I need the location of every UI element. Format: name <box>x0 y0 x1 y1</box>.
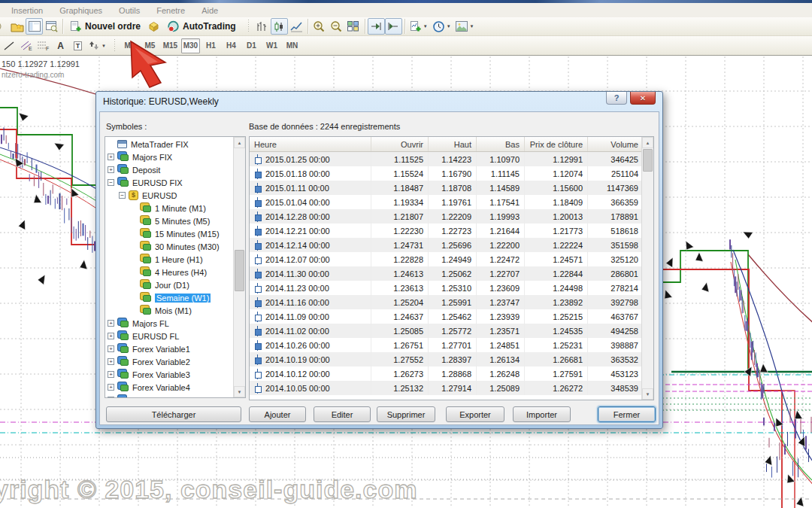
column-header-haut[interactable]: Haut <box>429 137 477 151</box>
column-header-heure[interactable]: Heure <box>250 137 371 151</box>
tree-item-majors-fl[interactable]: +Majors FL <box>105 317 233 330</box>
tree-item-30-minutes-m30[interactable]: 30 Minutes (M30) <box>105 240 233 253</box>
table-row[interactable]: 2014.12.07 00:001.228281.249491.224721.2… <box>250 252 641 266</box>
timeframe-d1-button[interactable]: D1 <box>242 38 261 53</box>
expand-icon[interactable]: + <box>108 384 114 391</box>
tree-item-deposit[interactable]: +Deposit <box>105 163 233 176</box>
bar-chart-button[interactable] <box>253 18 271 35</box>
button-fermer[interactable]: Fermer <box>598 406 656 422</box>
text-label-tool-button[interactable]: T <box>69 38 86 54</box>
column-header-volume[interactable]: Volume <box>588 137 641 151</box>
table-scrollbar[interactable]: ▲ ▼ <box>641 137 653 400</box>
tree-item-forex-variable1[interactable]: +Forex Variable1 <box>105 342 233 355</box>
zoom-in-button[interactable] <box>311 18 328 35</box>
tree-item-forex-variable4[interactable]: +Forex Variable4 <box>105 381 233 394</box>
menu-item-aide[interactable]: Aide <box>193 6 226 15</box>
expand-icon[interactable]: + <box>108 345 114 352</box>
text-tool-button[interactable]: A <box>52 38 69 54</box>
button-t-l-charger[interactable]: Télécharger <box>106 406 241 422</box>
column-header-prix-de-cl-ture[interactable]: Prix de clôture <box>525 137 588 151</box>
tree-item-indices-1-fl[interactable]: +Indices 1 FL <box>105 394 233 397</box>
table-row[interactable]: 2015.01.18 00:001.155241.167901.111451.1… <box>250 166 641 181</box>
expand-icon[interactable]: + <box>108 166 114 173</box>
tree-item-1-heure-h1[interactable]: 1 Heure (H1) <box>105 253 233 266</box>
clipped-toolbar-icon[interactable] <box>0 18 8 35</box>
table-row[interactable]: 2014.10.19 00:001.275521.283971.261341.2… <box>250 352 641 367</box>
table-row[interactable]: 2015.01.04 00:001.193341.197611.175411.1… <box>250 195 641 209</box>
button-editer[interactable]: Editer <box>314 406 371 422</box>
scroll-up-icon[interactable]: ▲ <box>642 137 653 148</box>
table-row[interactable]: 2014.11.23 00:001.236131.253101.236091.2… <box>250 281 641 295</box>
table-row[interactable]: 2014.12.28 00:001.218071.222091.199931.2… <box>250 209 641 224</box>
arrows-tool-dropdown[interactable]: ▼ <box>86 38 108 54</box>
button-ajouter[interactable]: Ajouter <box>249 406 306 422</box>
menu-item-graphiques[interactable]: Graphiques <box>51 6 111 15</box>
trendline-tool-button[interactable] <box>0 38 17 54</box>
market-watch-toggle-button[interactable] <box>26 18 43 35</box>
collapse-icon[interactable]: − <box>108 179 114 186</box>
table-row[interactable]: 2014.10.26 00:001.267511.277011.248511.2… <box>250 338 641 352</box>
tree-item-eurusd[interactable]: −$EURUSD <box>105 189 233 202</box>
expand-icon[interactable]: + <box>108 371 114 378</box>
tree-item-15-minutes-m15[interactable]: 15 Minutes (M15) <box>105 227 233 240</box>
indicators-dropdown[interactable]: ▼ <box>408 18 430 35</box>
table-row[interactable]: 2015.01.25 00:001.115251.142231.109701.1… <box>250 152 641 166</box>
button-supprimer[interactable]: Supprimer <box>377 406 435 422</box>
column-header-bas[interactable]: Bas <box>477 137 525 151</box>
tree-item-5-minutes-m5[interactable]: 5 Minutes (M5) <box>105 214 233 227</box>
tree-scrollbar-thumb[interactable] <box>235 250 244 291</box>
table-row[interactable]: 2014.10.12 00:001.262731.288681.262481.2… <box>250 367 641 381</box>
favorites-folder-button[interactable] <box>8 18 26 35</box>
zoom-out-button[interactable] <box>328 18 345 35</box>
autotrading-button[interactable]: AutoTrading <box>162 18 241 35</box>
menu-item-insertion[interactable]: Insertion <box>3 6 51 15</box>
table-row[interactable]: 2014.11.02 00:001.250851.257721.235711.2… <box>250 324 641 338</box>
table-row[interactable]: 2014.12.21 00:001.222301.227231.216441.2… <box>250 224 641 238</box>
collapse-icon[interactable]: − <box>119 192 126 199</box>
tree-item-jour-d1[interactable]: Jour (D1) <box>105 278 233 291</box>
table-row[interactable]: 2014.10.05 00:001.251321.279141.250891.2… <box>250 381 641 395</box>
tree-item-eurusd-fl[interactable]: +EURUSD FL <box>105 330 233 342</box>
channel-tool-button[interactable]: E <box>17 38 35 54</box>
data-window-button[interactable] <box>43 18 60 35</box>
table-row[interactable]: 2014.11.30 00:001.246131.250621.227071.2… <box>250 266 641 281</box>
expand-icon[interactable]: + <box>108 397 114 397</box>
tree-item-eurusd-fix[interactable]: −EURUSD FIX <box>105 176 233 189</box>
menu-item-fenetre[interactable]: Fenetre <box>148 6 193 15</box>
menu-item-outils[interactable]: Outils <box>111 6 148 15</box>
dialog-titlebar[interactable]: Historique: EURUSD,Weekly ? ✕ <box>96 92 662 111</box>
scroll-down-icon[interactable]: ▼ <box>234 386 245 397</box>
tree-item-mois-m1[interactable]: Mois (M1) <box>105 304 233 317</box>
dialog-close-button[interactable]: ✕ <box>630 92 656 105</box>
line-chart-button[interactable] <box>288 18 305 35</box>
table-row[interactable]: 2014.12.14 00:001.247311.256961.222001.2… <box>250 238 641 252</box>
timeframe-w1-button[interactable]: W1 <box>262 38 281 53</box>
dialog-help-button[interactable]: ? <box>606 92 627 105</box>
tree-scrollbar[interactable]: ▲ ▼ <box>233 137 245 397</box>
column-header-ouvrir[interactable]: Ouvrir <box>371 137 429 151</box>
expand-icon[interactable]: + <box>108 358 114 365</box>
auto-scroll-button[interactable] <box>368 18 385 35</box>
timeframe-m30-button[interactable]: M30 <box>181 38 200 53</box>
tree-item-1-minute-m1[interactable]: 1 Minute (M1) <box>105 202 233 214</box>
tree-item-4-heures-h4[interactable]: 4 Heures (H4) <box>105 266 233 278</box>
scroll-up-icon[interactable]: ▲ <box>234 137 245 148</box>
table-row[interactable]: 2014.11.09 00:001.246371.254621.239391.2… <box>250 309 641 324</box>
expand-icon[interactable]: + <box>108 320 114 327</box>
candlestick-chart-button[interactable] <box>271 18 288 35</box>
toolbar-grip[interactable] <box>247 20 250 33</box>
timeframe-h1-button[interactable]: H1 <box>201 38 220 53</box>
fibonacci-tool-button[interactable]: F <box>35 38 52 54</box>
tree-item-semaine-w1[interactable]: Semaine (W1) <box>105 291 233 304</box>
expand-icon[interactable]: + <box>108 333 114 339</box>
toolbar-grip[interactable] <box>113 39 117 53</box>
periods-dropdown[interactable]: ▼ <box>430 18 453 35</box>
timeframe-h4-button[interactable]: H4 <box>222 38 241 53</box>
table-scrollbar-thumb[interactable] <box>643 149 653 172</box>
table-row[interactable]: 2014.11.16 00:001.252041.259911.237471.2… <box>250 295 641 309</box>
tree-item-metatrader-fix[interactable]: MetaTrader FIX <box>105 138 233 151</box>
tree-item-majors-fix[interactable]: +Majors FIX <box>105 151 233 163</box>
templates-dropdown[interactable]: ▼ <box>453 18 477 35</box>
expert-advisor-button[interactable] <box>145 18 162 35</box>
scroll-down-icon[interactable]: ▼ <box>642 388 653 400</box>
